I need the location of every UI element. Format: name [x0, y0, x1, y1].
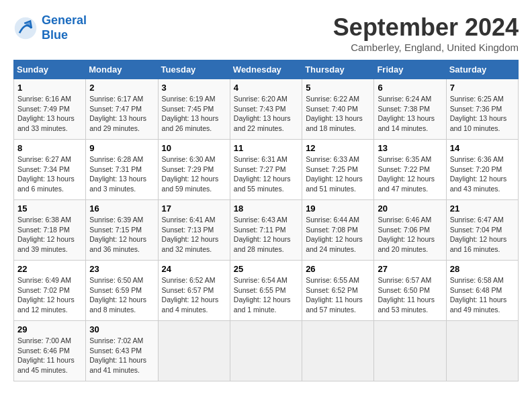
logo-line1: General — [42, 13, 87, 27]
day-number: 7 — [450, 83, 515, 93]
calendar-cell: 4 Sunrise: 6:20 AMSunset: 7:43 PMDayligh… — [230, 79, 302, 140]
calendar-cell: 18 Sunrise: 6:43 AMSunset: 7:11 PMDaylig… — [230, 200, 302, 261]
header-day: Friday — [374, 60, 446, 79]
day-info: Sunrise: 6:55 AMSunset: 6:52 PMDaylight:… — [306, 276, 363, 314]
calendar-cell: 24 Sunrise: 6:52 AMSunset: 6:57 PMDaylig… — [158, 261, 230, 321]
day-info: Sunrise: 6:39 AMSunset: 7:15 PMDaylight:… — [89, 216, 146, 253]
calendar-week-row: 15 Sunrise: 6:38 AMSunset: 7:18 PMDaylig… — [14, 200, 519, 261]
day-info: Sunrise: 6:25 AMSunset: 7:36 PMDaylight:… — [450, 95, 507, 132]
day-info: Sunrise: 6:16 AMSunset: 7:49 PMDaylight:… — [17, 95, 75, 132]
day-info: Sunrise: 6:41 AMSunset: 7:13 PMDaylight:… — [162, 216, 219, 253]
calendar-cell: 6 Sunrise: 6:24 AMSunset: 7:38 PMDayligh… — [374, 79, 446, 140]
day-number: 5 — [306, 83, 370, 93]
calendar-week-row: 22 Sunrise: 6:49 AMSunset: 7:02 PMDaylig… — [14, 261, 519, 321]
day-info: Sunrise: 6:43 AMSunset: 7:11 PMDaylight:… — [234, 216, 291, 253]
day-number: 9 — [89, 143, 154, 153]
calendar-cell — [374, 321, 446, 381]
day-number: 26 — [306, 264, 370, 274]
day-number: 10 — [162, 143, 226, 153]
header-day: Thursday — [302, 60, 374, 79]
day-info: Sunrise: 7:00 AMSunset: 6:46 PMDaylight:… — [17, 336, 75, 374]
header-day: Saturday — [446, 60, 518, 79]
day-number: 25 — [234, 264, 298, 274]
day-number: 11 — [234, 143, 298, 153]
header-day: Monday — [86, 60, 158, 79]
day-info: Sunrise: 6:24 AMSunset: 7:38 PMDaylight:… — [378, 95, 435, 132]
day-number: 1 — [17, 83, 82, 93]
logo: General Blue — [13, 13, 87, 42]
calendar-cell: 17 Sunrise: 6:41 AMSunset: 7:13 PMDaylig… — [158, 200, 230, 261]
day-number: 6 — [378, 83, 442, 93]
day-info: Sunrise: 6:19 AMSunset: 7:45 PMDaylight:… — [162, 95, 219, 132]
calendar-cell: 10 Sunrise: 6:30 AMSunset: 7:29 PMDaylig… — [158, 140, 230, 200]
day-number: 19 — [306, 203, 370, 214]
day-number: 30 — [89, 324, 154, 334]
day-info: Sunrise: 6:30 AMSunset: 7:29 PMDaylight:… — [162, 155, 219, 193]
calendar-cell: 20 Sunrise: 6:46 AMSunset: 7:06 PMDaylig… — [374, 200, 446, 261]
day-info: Sunrise: 6:38 AMSunset: 7:18 PMDaylight:… — [17, 216, 75, 253]
day-info: Sunrise: 7:02 AMSunset: 6:43 PMDaylight:… — [89, 336, 146, 374]
calendar-week-row: 1 Sunrise: 6:16 AMSunset: 7:49 PMDayligh… — [14, 79, 519, 140]
day-info: Sunrise: 6:49 AMSunset: 7:02 PMDaylight:… — [17, 276, 75, 314]
logo-text: General Blue — [42, 13, 87, 42]
day-info: Sunrise: 6:17 AMSunset: 7:47 PMDaylight:… — [89, 95, 146, 132]
day-info: Sunrise: 6:36 AMSunset: 7:20 PMDaylight:… — [450, 155, 507, 193]
calendar-cell: 21 Sunrise: 6:47 AMSunset: 7:04 PMDaylig… — [446, 200, 518, 261]
day-info: Sunrise: 6:44 AMSunset: 7:08 PMDaylight:… — [306, 216, 363, 253]
calendar-table: SundayMondayTuesdayWednesdayThursdayFrid… — [13, 60, 519, 381]
day-number: 12 — [306, 143, 370, 153]
day-info: Sunrise: 6:28 AMSunset: 7:31 PMDaylight:… — [89, 155, 146, 193]
calendar-cell: 11 Sunrise: 6:31 AMSunset: 7:27 PMDaylig… — [230, 140, 302, 200]
calendar-cell: 12 Sunrise: 6:33 AMSunset: 7:25 PMDaylig… — [302, 140, 374, 200]
day-number: 18 — [234, 203, 298, 214]
calendar-cell: 22 Sunrise: 6:49 AMSunset: 7:02 PMDaylig… — [14, 261, 86, 321]
day-info: Sunrise: 6:22 AMSunset: 7:40 PMDaylight:… — [306, 95, 363, 132]
day-info: Sunrise: 6:50 AMSunset: 6:59 PMDaylight:… — [89, 276, 146, 314]
day-number: 16 — [89, 203, 154, 214]
day-number: 27 — [378, 264, 442, 274]
calendar-cell: 19 Sunrise: 6:44 AMSunset: 7:08 PMDaylig… — [302, 200, 374, 261]
calendar-cell: 8 Sunrise: 6:27 AMSunset: 7:34 PMDayligh… — [14, 140, 86, 200]
calendar-cell: 30 Sunrise: 7:02 AMSunset: 6:43 PMDaylig… — [86, 321, 158, 381]
calendar-cell: 16 Sunrise: 6:39 AMSunset: 7:15 PMDaylig… — [86, 200, 158, 261]
day-info: Sunrise: 6:47 AMSunset: 7:04 PMDaylight:… — [450, 216, 507, 253]
logo-line2: Blue — [42, 28, 68, 42]
header-day: Tuesday — [158, 60, 230, 79]
day-info: Sunrise: 6:58 AMSunset: 6:48 PMDaylight:… — [450, 276, 507, 314]
day-number: 2 — [89, 83, 154, 93]
calendar-cell: 23 Sunrise: 6:50 AMSunset: 6:59 PMDaylig… — [86, 261, 158, 321]
day-number: 23 — [89, 264, 154, 274]
header-day: Sunday — [14, 60, 86, 79]
calendar-cell — [446, 321, 518, 381]
calendar-cell — [158, 321, 230, 381]
day-info: Sunrise: 6:57 AMSunset: 6:50 PMDaylight:… — [378, 276, 435, 314]
day-number: 15 — [17, 203, 82, 214]
calendar-cell: 27 Sunrise: 6:57 AMSunset: 6:50 PMDaylig… — [374, 261, 446, 321]
calendar-week-row: 8 Sunrise: 6:27 AMSunset: 7:34 PMDayligh… — [14, 140, 519, 200]
header-day: Wednesday — [230, 60, 302, 79]
day-info: Sunrise: 6:31 AMSunset: 7:27 PMDaylight:… — [234, 155, 291, 193]
page-header: General Blue September 2024 Camberley, E… — [13, 13, 519, 53]
day-number: 3 — [162, 83, 226, 93]
calendar-cell: 14 Sunrise: 6:36 AMSunset: 7:20 PMDaylig… — [446, 140, 518, 200]
day-info: Sunrise: 6:20 AMSunset: 7:43 PMDaylight:… — [234, 95, 291, 132]
day-number: 29 — [17, 324, 82, 334]
day-number: 20 — [378, 203, 442, 214]
calendar-cell: 25 Sunrise: 6:54 AMSunset: 6:55 PMDaylig… — [230, 261, 302, 321]
calendar-cell: 1 Sunrise: 6:16 AMSunset: 7:49 PMDayligh… — [14, 79, 86, 140]
day-number: 14 — [450, 143, 515, 153]
calendar-cell — [302, 321, 374, 381]
calendar-cell: 26 Sunrise: 6:55 AMSunset: 6:52 PMDaylig… — [302, 261, 374, 321]
day-number: 4 — [234, 83, 298, 93]
day-number: 8 — [17, 143, 82, 153]
day-info: Sunrise: 6:46 AMSunset: 7:06 PMDaylight:… — [378, 216, 435, 253]
calendar-week-row: 29 Sunrise: 7:00 AMSunset: 6:46 PMDaylig… — [14, 321, 519, 381]
day-number: 22 — [17, 264, 82, 274]
calendar-cell: 5 Sunrise: 6:22 AMSunset: 7:40 PMDayligh… — [302, 79, 374, 140]
calendar-cell: 13 Sunrise: 6:35 AMSunset: 7:22 PMDaylig… — [374, 140, 446, 200]
day-number: 13 — [378, 143, 442, 153]
calendar-cell: 7 Sunrise: 6:25 AMSunset: 7:36 PMDayligh… — [446, 79, 518, 140]
header-row: SundayMondayTuesdayWednesdayThursdayFrid… — [14, 60, 519, 79]
day-info: Sunrise: 6:33 AMSunset: 7:25 PMDaylight:… — [306, 155, 363, 193]
day-info: Sunrise: 6:54 AMSunset: 6:55 PMDaylight:… — [234, 276, 291, 314]
